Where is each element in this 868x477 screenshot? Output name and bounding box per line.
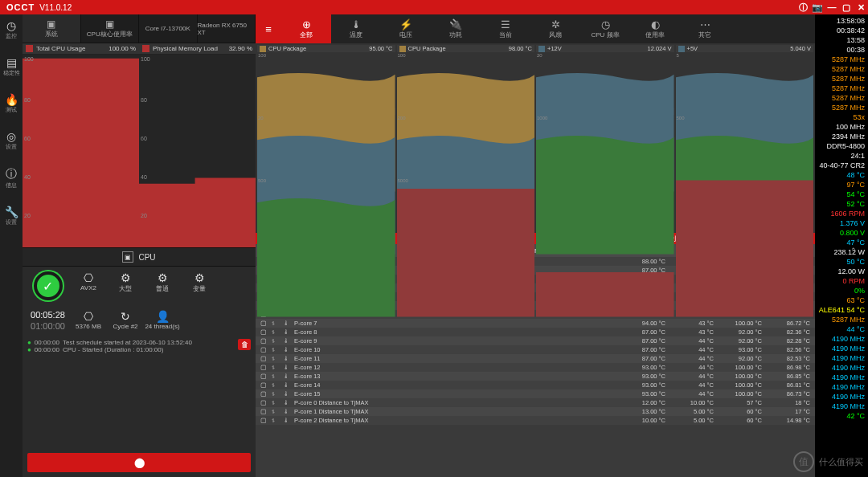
nav-item[interactable]: ⓘ信息: [6, 167, 17, 190]
osd-line: 5287 MHz: [818, 55, 865, 64]
sensor-cell[interactable]: Total CPU Usage100.00 %: [676, 170, 814, 231]
config-item[interactable]: ⚙大型: [107, 271, 144, 300]
osd-line: 13:58: [818, 35, 865, 45]
nav-item[interactable]: 🔥测试: [5, 93, 18, 114]
graph-value: 32.90 %: [229, 45, 252, 52]
play-area: ✓: [26, 271, 70, 300]
table-row[interactable]: ▢⫮🌡 P-core 1 Distance to TjMAX13.00 °C5.…: [256, 407, 815, 416]
table-row[interactable]: ▢⫮🌡 E-core 1293.00 °C44 °C100.00 °C86.98…: [256, 363, 815, 372]
clear-log-button[interactable]: 🗑: [238, 339, 251, 350]
monitor-tab[interactable]: ◐使用率: [630, 14, 680, 43]
graph-header-mem: Physical Memory Load 32.90 %: [139, 43, 256, 55]
monitor-tab[interactable]: ◷CPU 频率: [580, 14, 630, 43]
table-row[interactable]: ▢⫮🌡 E-core 987.00 °C44 °C92.00 °C82.28 °…: [256, 336, 815, 345]
sensor-cell[interactable]: CPU Package98.00 °C 100: [397, 45, 535, 106]
monitor-tab[interactable]: ⚡电压: [381, 14, 431, 43]
timers: 00:05:28 01:00:00: [26, 310, 70, 331]
config-item[interactable]: ⎔5376 MB: [70, 310, 107, 331]
config-item[interactable]: ⎔AVX2: [70, 271, 107, 300]
config-item[interactable]: ↻Cycle #2: [107, 310, 144, 331]
config-item[interactable]: 👤24 thread(s): [144, 310, 181, 331]
minimize-icon[interactable]: —: [825, 2, 839, 12]
monitor-tab[interactable]: ⊕全部: [281, 14, 331, 43]
table-row[interactable]: ▢⫮🌡 E-core 1393.00 °C44 °C100.00 °C86.85…: [256, 372, 815, 381]
main-panel: ≡⊕全部🌡温度⚡电压🔌功耗☰当前✲风扇◷CPU 频率◐使用率⋯其它 CPU Pa…: [256, 14, 815, 477]
menu-button[interactable]: ≡: [256, 14, 281, 43]
sensor-cell[interactable]: CPU Package95.00 °C 100: [257, 45, 395, 106]
total-time: 01:00:00: [31, 321, 65, 331]
monitor-tab[interactable]: ☰当前: [481, 14, 530, 43]
osd-line: 50 °C: [818, 257, 865, 267]
cpu-section-header: ▣ CPU: [23, 247, 256, 267]
table-row[interactable]: ▢⫮🌡 E-core 1187.00 °C44 °C92.00 °C82.53 …: [256, 354, 815, 363]
left-tab[interactable]: Radeon RX 6750 XT: [198, 14, 256, 43]
table-row[interactable]: ▢⫮🌡 E-core 1493.00 °C44 °C100.00 °C86.81…: [256, 381, 815, 389]
sensor-cell[interactable]: Fan01606 rpm 1000: [536, 108, 674, 169]
nav-item[interactable]: ▤稳定性: [3, 56, 20, 77]
graph-header-cpu: Total CPU Usage 100.00 %: [23, 43, 139, 55]
osd-line: 52 °C: [818, 199, 865, 209]
config-item[interactable]: ⚙普通: [144, 271, 181, 300]
close-icon[interactable]: ✕: [854, 2, 868, 13]
mem-load-graph: 100 80 60 40 20: [139, 55, 256, 247]
monitor-tab[interactable]: ⋯其它: [680, 14, 730, 43]
maximize-icon[interactable]: ▢: [839, 2, 854, 13]
record-button[interactable]: ⬤: [27, 453, 251, 472]
elapsed-time: 00:05:28: [31, 310, 65, 320]
left-tab[interactable]: ▣CPU核心使用率: [81, 14, 140, 43]
app-version: V11.0.12: [39, 3, 72, 12]
osd-line: 00:38:42: [818, 26, 865, 35]
title-bar: OCCT V11.0.12 ⓘ 📷 — ▢ ✕: [0, 0, 868, 14]
sensor-cell[interactable]: P-core 0 Clock5287.07 MHz 5000: [397, 170, 535, 231]
osd-line: 24:1: [818, 151, 865, 161]
table-row[interactable]: ▢⫮🌡 E-core 887.00 °C43 °C92.00 °C82.36 °…: [256, 328, 815, 336]
sensor-cell[interactable]: 3VCC3.288 V 20: [257, 108, 395, 169]
nav-item[interactable]: ◷监控: [6, 19, 17, 40]
osd-line: ALE641 54 °C: [818, 305, 865, 315]
left-tab[interactable]: Core i7-13700K: [139, 14, 198, 43]
table-row[interactable]: ▢⫮🌡 P-core 0 Distance to TjMAX12.00 °C10…: [256, 398, 815, 407]
monitor-tab[interactable]: ✲风扇: [530, 14, 580, 43]
left-tab[interactable]: ▣系统: [23, 14, 81, 43]
screenshot-icon[interactable]: 📷: [810, 2, 825, 13]
nav-rail: ◷监控▤稳定性🔥测试◎设置ⓘ信息🔧设置: [0, 14, 23, 477]
osd-line: 53x: [818, 112, 865, 122]
log-line: ●00:00:00CPU - Started (Duration : 01:00…: [27, 346, 251, 353]
osd-line: 1.376 V: [818, 218, 865, 228]
monitor-tab[interactable]: 🌡温度: [331, 14, 381, 43]
osd-line: 5287 MHz: [818, 84, 865, 93]
log-line: ●00:00:00Test schedule started at 2023-0…: [27, 339, 251, 346]
table-row[interactable]: ▢⫮🌡 E-core 1593.00 °C44 °C100.00 °C86.73…: [256, 389, 815, 398]
table-row[interactable]: ▢⫮🌡 P-core 794.00 °C43 °C100.00 °C86.72 …: [256, 319, 815, 328]
osd-line: 12.00 W: [818, 267, 865, 276]
osd-line: 0 RPM: [818, 276, 865, 286]
sensor-cell[interactable]: +5V5.040 V 5: [676, 45, 814, 106]
color-swatch: [142, 45, 149, 52]
sensor-cell[interactable]: Physical Memory Load32.90 %: [536, 170, 674, 231]
run-button[interactable]: ✓: [34, 271, 63, 300]
sensor-cell[interactable]: Fan2858 rpm 500: [676, 108, 814, 169]
osd-line: 2394 MHz: [818, 132, 865, 141]
watermark-text: 什么值得买: [819, 456, 863, 468]
watermark: 值 什么值得买: [793, 451, 863, 472]
osd-line: 97 °C: [818, 180, 865, 190]
osd-line: 54 °C: [818, 190, 865, 199]
left-panel: ▣系统▣CPU核心使用率Core i7-13700KRadeon RX 6750…: [23, 14, 256, 477]
config-item[interactable]: ⚙变量: [181, 271, 218, 300]
table-row[interactable]: ▢⫮🌡 P-core 2 Distance to TjMAX10.00 °C5.…: [256, 416, 815, 425]
osd-line: 238.12 W: [818, 247, 865, 257]
osd-line: 4190 MHz: [818, 344, 865, 353]
sensor-cell[interactable]: CPU Package Power237.86 W 200: [397, 108, 535, 169]
cpu-label: CPU: [138, 253, 155, 262]
table-row[interactable]: ▢⫮🌡 E-core 1087.00 °C44 °C93.00 °C82.56 …: [256, 345, 815, 354]
color-swatch: [26, 45, 33, 52]
osd-line: 00:38: [818, 45, 865, 55]
osd-line: 100 MHz: [818, 122, 865, 132]
sensor-cell[interactable]: Fan6815 rpm 500: [257, 170, 395, 231]
nav-item[interactable]: ◎设置: [6, 130, 17, 151]
sensor-cell[interactable]: +12V12.024 V 20: [536, 45, 674, 106]
watermark-icon: 值: [793, 451, 814, 472]
monitor-tab[interactable]: 🔌功耗: [431, 14, 481, 43]
nav-item[interactable]: 🔧设置: [5, 206, 18, 226]
info-icon[interactable]: ⓘ: [796, 2, 810, 14]
